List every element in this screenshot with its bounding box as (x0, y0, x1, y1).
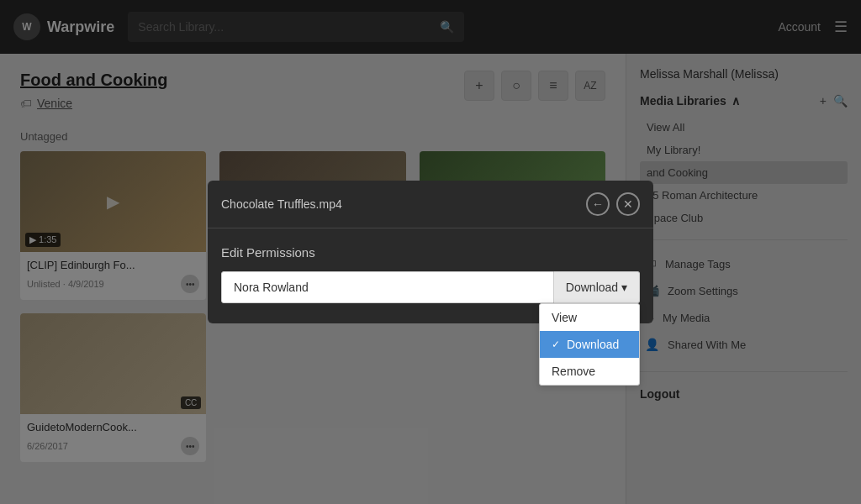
modal-header: Chocolate Truffles.mp4 ← ✕ (208, 181, 653, 228)
dropdown-trigger[interactable]: Download ▾ (554, 271, 640, 303)
dropdown-container: Download ▾ View ✓ Download Remove (554, 271, 640, 303)
modal-title: Chocolate Truffles.mp4 (221, 197, 342, 211)
dropdown-menu: View ✓ Download Remove (539, 303, 640, 386)
modal-body: Edit Permissions Download ▾ View ✓ Downl… (208, 228, 653, 323)
download-label: Download (567, 338, 619, 351)
dropdown-item-download[interactable]: ✓ Download (540, 331, 639, 358)
permission-row: Download ▾ View ✓ Download Remove (221, 271, 640, 303)
permission-input[interactable] (221, 271, 554, 303)
modal: Chocolate Truffles.mp4 ← ✕ Edit Permissi… (208, 181, 653, 323)
dropdown-item-remove[interactable]: Remove (540, 358, 639, 385)
modal-close-button[interactable]: ✕ (616, 192, 640, 216)
dropdown-item-view[interactable]: View (540, 304, 639, 331)
view-label: View (552, 311, 577, 324)
modal-back-button[interactable]: ← (586, 192, 610, 216)
modal-controls: ← ✕ (586, 192, 640, 216)
check-icon: ✓ (552, 339, 560, 350)
remove-label: Remove (552, 365, 595, 378)
modal-section-title: Edit Permissions (221, 245, 640, 260)
